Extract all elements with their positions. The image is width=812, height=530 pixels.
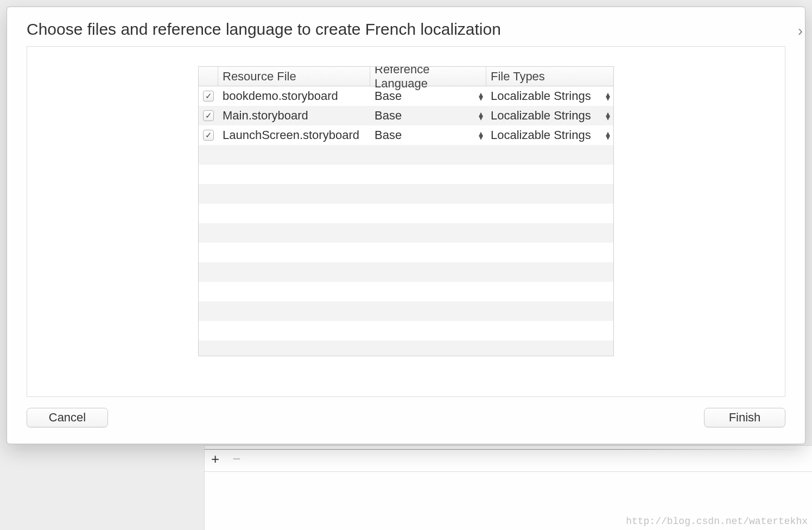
table-row bbox=[199, 301, 613, 321]
table-row bbox=[199, 262, 613, 282]
col-header-filetypes[interactable]: File Types bbox=[486, 67, 613, 86]
row-file: Main.storyboard bbox=[218, 109, 370, 123]
table-row bbox=[199, 145, 613, 165]
add-button[interactable]: + bbox=[211, 452, 219, 466]
table-row bbox=[199, 243, 613, 262]
updown-icon bbox=[479, 92, 483, 100]
table-row[interactable]: ✓bookdemo.storyboardBaseLocalizable Stri… bbox=[199, 86, 613, 106]
updown-icon bbox=[479, 112, 483, 119]
table-header: Resource File Reference Language File Ty… bbox=[199, 67, 613, 86]
row-filetype-popup[interactable]: Localizable Strings bbox=[486, 109, 613, 123]
row-file: bookdemo.storyboard bbox=[218, 89, 370, 103]
watermark: http://blog.csdn.net/watertekhx bbox=[626, 516, 808, 527]
row-checkbox[interactable]: ✓ bbox=[203, 110, 214, 121]
col-header-language[interactable]: Reference Language bbox=[370, 67, 486, 86]
col-header-check bbox=[199, 67, 218, 86]
row-file: LaunchScreen.storyboard bbox=[218, 128, 370, 142]
table-row bbox=[199, 340, 613, 356]
chevron-right-icon: › bbox=[798, 22, 803, 40]
table-row bbox=[199, 165, 613, 184]
col-header-resource[interactable]: Resource File bbox=[218, 67, 370, 86]
table-row[interactable]: ✓Main.storyboardBaseLocalizable Strings bbox=[199, 106, 613, 125]
row-language-popup[interactable]: Base bbox=[370, 109, 486, 123]
files-table: Resource File Reference Language File Ty… bbox=[198, 66, 614, 356]
row-filetype-popup[interactable]: Localizable Strings bbox=[486, 128, 613, 142]
row-checkbox[interactable]: ✓ bbox=[203, 130, 214, 141]
cancel-button[interactable]: Cancel bbox=[27, 408, 108, 427]
updown-icon bbox=[479, 131, 483, 139]
row-filetype-popup[interactable]: Localizable Strings bbox=[486, 89, 613, 103]
localization-sheet: › Choose files and reference language to… bbox=[7, 7, 805, 444]
remove-button: − bbox=[232, 452, 240, 466]
table-row bbox=[199, 282, 613, 301]
content-box: Resource File Reference Language File Ty… bbox=[27, 46, 785, 397]
table-row bbox=[199, 223, 613, 243]
table-row[interactable]: ✓LaunchScreen.storyboardBaseLocalizable … bbox=[199, 125, 613, 145]
sheet-title: Choose files and reference language to c… bbox=[7, 7, 805, 39]
updown-icon bbox=[606, 112, 610, 119]
table-row bbox=[199, 321, 613, 340]
table-row bbox=[199, 204, 613, 223]
updown-icon bbox=[606, 92, 610, 100]
updown-icon bbox=[606, 131, 610, 139]
table-row bbox=[199, 184, 613, 204]
row-language-popup[interactable]: Base bbox=[370, 89, 486, 103]
finish-button[interactable]: Finish bbox=[704, 408, 785, 427]
row-language-popup[interactable]: Base bbox=[370, 128, 486, 142]
row-checkbox[interactable]: ✓ bbox=[203, 91, 214, 102]
